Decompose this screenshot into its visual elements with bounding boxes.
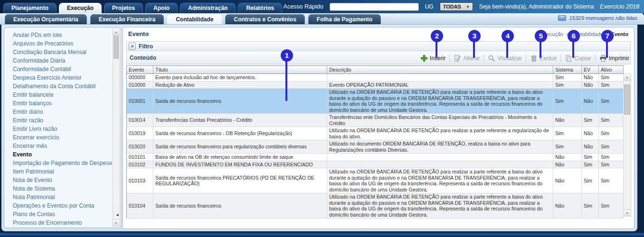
- sidebar-item-emitir-balancete[interactable]: Emitir balancete: [4, 91, 112, 99]
- print-button[interactable]: Imprimir: [599, 55, 629, 62]
- column-header-titulo[interactable]: Título: [153, 66, 327, 74]
- sidebar-item-conformidade-contabil[interactable]: Conformidade Contábil: [4, 65, 112, 73]
- tab-administracao[interactable]: Administração: [180, 3, 236, 13]
- sidebar-item-emitir-balancos[interactable]: Emitir balanços: [4, 99, 112, 108]
- cell-evento: 010014: [127, 114, 153, 127]
- callout-2-pointer-line: [436, 41, 437, 58]
- column-header-evento[interactable]: Evento: [127, 66, 153, 74]
- dropdown-arrow-icon: ▼: [466, 5, 470, 9]
- tab-contratos-e-convenios[interactable]: Contratos e Convênios: [225, 14, 304, 24]
- tab-execucao[interactable]: Execução: [59, 3, 102, 13]
- cell-descricao: Evento OPERAÇÃO PATRIMONIAL: [327, 81, 553, 89]
- sidebar-item-item-patrimonial[interactable]: Item Patrimonial: [4, 167, 112, 176]
- table-row-000000[interactable]: 000000 Evento para inclusão ad hoc de la…: [127, 74, 624, 82]
- tab-projetos[interactable]: Projetos: [104, 3, 143, 13]
- top-nav-tabs: Planejamento Execução Projetos Apoio Adm…: [3, 3, 282, 13]
- cell-ativo: Sim: [599, 74, 624, 82]
- sidebar-item-conformidade-diaria[interactable]: Conformidade Diária: [4, 56, 112, 65]
- table-row-010000[interactable]: 010000 Redução de Ativo Evento OPERAÇÃO …: [127, 81, 624, 89]
- cell-titulo: Saída de recursos financeiros PRECATÓRIO…: [153, 168, 327, 193]
- cell-evento: 010000: [127, 81, 153, 89]
- sidebar-item-encerrar-mes[interactable]: Encerrar mês: [4, 142, 112, 150]
- sidebar-item-list: Anular PDs em lote Arquivos de Precatóri…: [4, 31, 112, 227]
- table-row-010102[interactable]: 010102 FUNDOS DE INVESTIMENTO EM RENDA F…: [127, 161, 624, 168]
- table-row-010104[interactable]: 010104 Saída de recursos financeiros Uti…: [127, 193, 624, 219]
- cell-titulo: Transferências Contas Precatórios - Créd…: [153, 114, 327, 127]
- table-row-010103[interactable]: 010103 Saída de recursos financeiros PRE…: [127, 168, 624, 193]
- edit-button-label: Alterar: [463, 55, 480, 62]
- insert-button[interactable]: Inserir: [420, 55, 445, 62]
- sidebar-item-nota-de-sistema[interactable]: Nota de Sistema: [4, 184, 112, 193]
- sidebar-item-conciliacao-bancaria[interactable]: Conciliação Bancária Mensal: [4, 48, 112, 56]
- filter-expand-icon[interactable]: >: [129, 43, 136, 50]
- ug-select-value: TODAS: [443, 4, 461, 9]
- delete-button-label: Excluir: [540, 55, 557, 62]
- sidebar-item-emitir-razao[interactable]: Emitir razão: [4, 116, 112, 125]
- toolbar-divider: [595, 55, 596, 62]
- ug-select[interactable]: TODAS ▼: [440, 2, 473, 11]
- toolbar-divider: [449, 55, 450, 62]
- sidebar-item-nota-de-evento[interactable]: Nota de Evento: [4, 176, 112, 184]
- scroll-down-icon[interactable]: ▼: [113, 219, 119, 226]
- callout-1-pointer-line: [285, 60, 287, 101]
- edit-icon: [454, 55, 461, 62]
- table-row-010019[interactable]: 010019 Saída de recursos financeiros - O…: [127, 127, 624, 140]
- cell-sistema: Sim: [553, 127, 582, 140]
- copy-button[interactable]: Copiar: [565, 55, 591, 62]
- scroll-up-icon[interactable]: ▲: [624, 74, 631, 81]
- table-row-010001-selected[interactable]: 010001 Saída de recursos financeiros Uti…: [127, 89, 624, 114]
- sidebar-item-anular-pds[interactable]: Anular PDs em lote: [4, 31, 112, 39]
- table-scrollbar-thumb[interactable]: [624, 84, 630, 115]
- delete-button[interactable]: Excluir: [530, 55, 557, 62]
- column-header-descricao[interactable]: Descrição: [327, 66, 553, 74]
- cell-descricao: [327, 74, 553, 82]
- table-row-010020[interactable]: 010020 Saída de recursos financeiros par…: [127, 140, 624, 154]
- column-header-sistema[interactable]: Sistema: [553, 66, 582, 74]
- table-row-010101[interactable]: 010101 Baixa de ativo na OB de retençao …: [127, 154, 624, 161]
- tab-relatorios[interactable]: Relatórios: [238, 3, 282, 13]
- sidebar-item-encerrar-exercicio[interactable]: Encerrar exercício: [4, 133, 112, 142]
- sidebar-item-despesa-exercicio-anterior[interactable]: Despesa Exercício Anterior: [4, 73, 112, 82]
- sidebar-collapse-handle[interactable]: ◄: [114, 211, 120, 219]
- cell-titulo: Redução de Ativo: [153, 81, 327, 89]
- table-row-010014[interactable]: 010014 Transferências Contas Precatórios…: [127, 114, 624, 127]
- sidebar-item-operacoes-eventos-conta[interactable]: Operações e Eventos por Conta: [4, 201, 112, 210]
- callout-5-badge: 5: [535, 30, 547, 42]
- cell-sistema: Não: [553, 168, 582, 193]
- column-header-ev[interactable]: EV: [582, 66, 599, 74]
- unread-messages-link[interactable]: 15329 mensagens não lidas: [558, 15, 637, 21]
- column-header-ativo[interactable]: Ativo: [599, 66, 624, 74]
- toolbar-divider: [560, 55, 561, 62]
- cell-descricao: Utilizado na ORDEM BANCÁRIA DE RETENÇÃO …: [327, 168, 553, 193]
- view-button[interactable]: Visualizar: [488, 55, 522, 62]
- scroll-up-icon[interactable]: ▲: [113, 29, 119, 36]
- sidebar-item-evento[interactable]: Evento: [4, 150, 112, 159]
- sidebar-item-arquivos-precatorios[interactable]: Arquivos de Precatórios: [4, 39, 112, 48]
- trash-icon: [530, 55, 538, 62]
- sidebar-item-processo-encerramento[interactable]: Processo de Encerramento: [4, 219, 112, 227]
- table-toolbar: Inserir Alterar Visualizar Excluir: [420, 52, 629, 64]
- sidebar-item-nota-patrimonial[interactable]: Nota Patrimonial: [4, 193, 112, 201]
- tab-contabilidade[interactable]: Contabilidade: [167, 14, 222, 24]
- tab-execucao-orcamentaria[interactable]: Execução Orçamentária: [5, 14, 87, 24]
- tab-execucao-financeira[interactable]: Execução Financeira: [90, 14, 164, 24]
- sidebar-item-plano-de-contas[interactable]: Plano de Contas: [4, 210, 112, 219]
- cell-evento: 010001: [127, 89, 153, 114]
- ug-label: UG: [425, 3, 434, 10]
- table-scrollbar[interactable]: ▲ ▼: [624, 73, 631, 217]
- sidebar-item-emitir-livro-razao[interactable]: Emitir Livro razão: [4, 125, 112, 133]
- cell-ativo: Sim: [599, 193, 624, 219]
- quick-access-input[interactable]: [330, 3, 419, 11]
- scroll-down-icon[interactable]: ▼: [624, 210, 631, 216]
- sidebar-item-emitir-diario[interactable]: Emitir diário: [4, 108, 112, 116]
- view-button-label: Visualizar: [497, 55, 522, 62]
- sidebar-scrollbar-thumb[interactable]: [114, 36, 119, 59]
- sidebar-item-importacao-pagamento[interactable]: Importação de Pagamento de Despesas: [4, 159, 112, 167]
- sidebar-scrollbar[interactable]: ▲ ▼: [113, 28, 120, 227]
- tab-apoio[interactable]: Apoio: [145, 3, 178, 13]
- edit-button[interactable]: Alterar: [454, 55, 480, 62]
- cell-descricao: Utilizado na ORDEM BANCÁRIA DE RETENÇÃO …: [327, 127, 553, 140]
- sidebar-item-detalhamento-conta[interactable]: Detalhamento da Conta Contábil: [4, 82, 112, 91]
- tab-planejamento[interactable]: Planejamento: [3, 3, 57, 13]
- tab-folha-de-pagamento[interactable]: Folha de Pagamento: [308, 14, 381, 24]
